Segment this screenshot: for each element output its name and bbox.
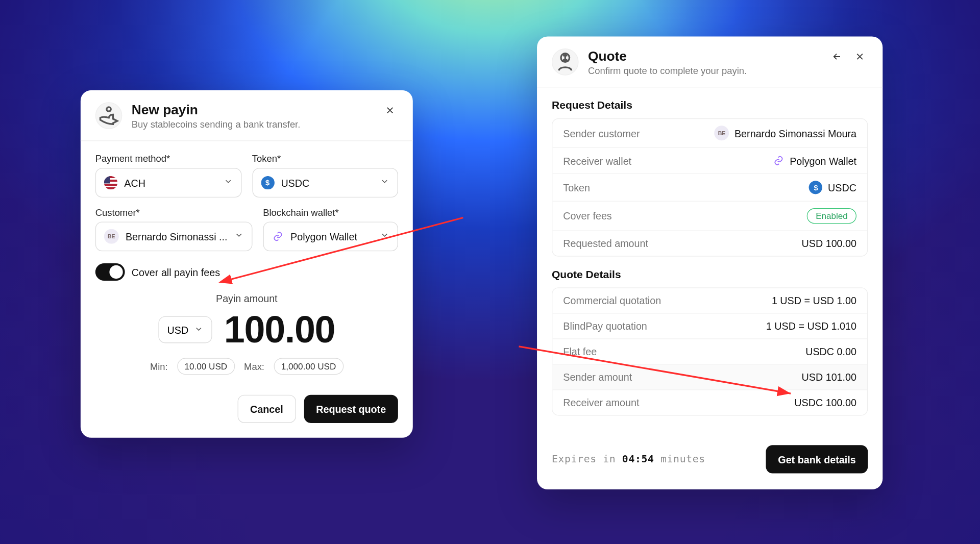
payment-method-label: Payment method* [95,153,241,164]
token-select[interactable]: USDC [252,168,398,197]
amount-title: Payin amount [95,293,398,304]
receiver-wallet-value: Polygon Wallet [790,155,856,166]
flat-fee-label: Flat fee [563,346,597,357]
payment-method-select[interactable]: ACH [95,168,241,197]
request-details-title: Request Details [552,100,868,112]
chevron-down-icon [234,230,243,242]
blindpay-value: 1 USD = USD 1.010 [766,320,856,332]
expiry-text: Expires in 04:54 minutes [552,453,705,465]
sender-customer-label: Sender customer [563,128,640,139]
token-value: USDC [828,182,856,193]
requested-amount-label: Requested amount [563,238,648,249]
close-icon[interactable] [382,102,398,118]
receiver-amount-value: USDC 100.00 [794,397,856,408]
flat-fee-value: USDC 0.00 [805,346,856,357]
cover-fees-label: Cover fees [563,210,611,221]
requested-amount-value: USD 100.00 [802,238,856,249]
max-pill: 1,000.00 USD [274,358,343,375]
blindpay-label: BlindPay quotation [563,320,647,332]
chevron-down-icon [380,230,389,242]
chevron-down-icon [223,177,232,189]
request-quote-button[interactable]: Request quote [304,395,398,423]
customer-label: Customer* [95,207,252,217]
quote-details-box: Commercial quotation 1 USD = USD 1.00 Bl… [552,287,868,415]
flag-us-icon [104,176,117,189]
new-payin-modal: New payin Buy stablecoins sending a bank… [81,90,413,438]
commercial-label: Commercial quotation [563,295,661,306]
chevron-down-icon [380,177,389,189]
receiver-wallet-label: Receiver wallet [563,155,631,166]
customer-select[interactable]: BE Bernardo Simonassi ... [95,221,252,251]
chain-icon [772,155,785,167]
currency-select[interactable]: USD [158,316,212,343]
receiver-amount-label: Receiver amount [563,397,639,408]
payin-icon [95,102,122,129]
min-pill: 10.00 USD [177,358,235,375]
get-bank-details-button[interactable]: Get bank details [766,445,868,473]
sender-customer-value: Bernardo Simonassi Moura [734,128,856,139]
cover-fees-label: Cover all payin fees [132,266,220,278]
sender-amount-label: Sender amount [563,372,632,383]
chain-icon [272,230,284,242]
sender-amount-value: USD 101.00 [802,372,856,383]
commercial-value: 1 USD = USD 1.00 [772,295,856,306]
modal-subtitle: Buy stablecoins sending a bank transfer. [132,119,373,130]
quote-modal: Quote Confirm quote to complete your pay… [537,36,883,489]
quote-icon [552,48,579,76]
token-label: Token* [252,153,398,164]
amount-input[interactable]: 100.00 [224,311,335,349]
avatar: BE [715,126,729,140]
blockchain-wallet-label: Blockchain wallet* [263,207,398,217]
quote-title: Quote [588,48,820,64]
close-icon[interactable] [852,48,868,65]
svg-point-0 [107,107,111,111]
blockchain-wallet-select[interactable]: Polygon Wallet [263,221,398,251]
modal-title: New payin [132,102,373,117]
avatar: BE [104,229,119,244]
request-details-box: Sender customer BE Bernardo Simonassi Mo… [552,118,868,257]
token-label: Token [563,182,590,193]
cancel-button[interactable]: Cancel [237,395,296,423]
chevron-down-icon [194,324,203,335]
enabled-badge: Enabled [807,208,856,224]
min-label: Min: [150,361,168,372]
quote-details-title: Quote Details [552,268,868,281]
cover-fees-toggle[interactable] [95,263,125,281]
max-label: Max: [244,361,264,372]
quote-subtitle: Confirm quote to complete your payin. [588,65,820,76]
back-icon[interactable] [829,48,845,65]
usdc-icon [809,181,822,194]
usdc-icon [261,176,274,189]
